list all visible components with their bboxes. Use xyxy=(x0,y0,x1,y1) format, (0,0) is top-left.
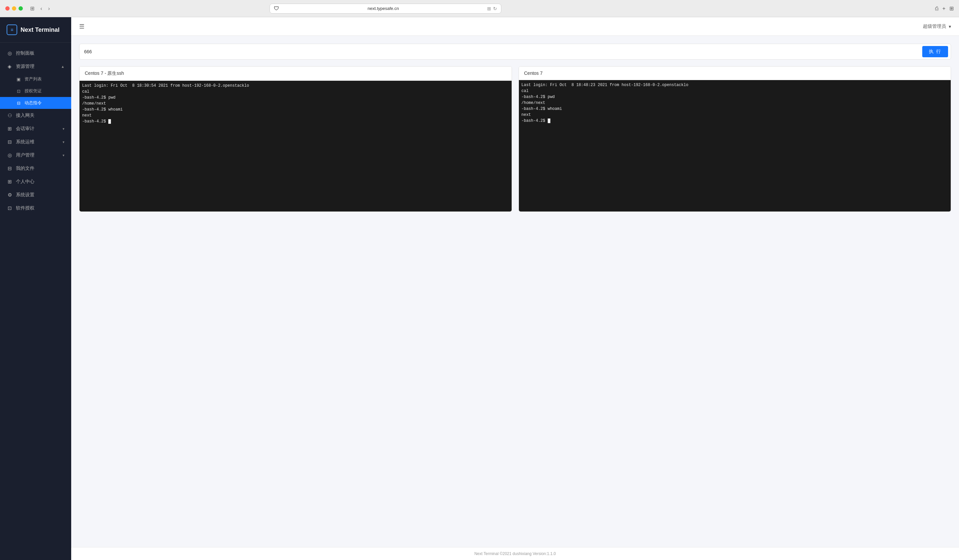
menu-toggle-button[interactable]: ☰ xyxy=(79,23,84,30)
terminal-line: /home/next xyxy=(522,100,948,106)
address-bar-icons: ⊞ ↻ xyxy=(487,6,497,11)
sidebar-item-label: 动态指令 xyxy=(24,100,42,106)
sidebar-item-label: 控制面板 xyxy=(16,50,34,56)
sidebar-item-label: 系统设置 xyxy=(16,192,34,198)
terminal-title-1: Centos 7 - 原生ssh xyxy=(85,70,124,76)
profile-icon: ⊞ xyxy=(6,179,13,185)
sidebar-item-dashboard[interactable]: ◎ 控制面板 xyxy=(0,47,71,60)
top-bar-left: ☰ xyxy=(79,23,84,30)
monitor-icon: ▣ xyxy=(16,76,21,82)
footer-text: Next Terminal ©2021 dushixiang Version:1… xyxy=(474,551,556,556)
command-bar: 执 行 xyxy=(79,44,951,60)
sidebar-item-auth-cred[interactable]: ⊡ 授权凭证 xyxy=(0,85,71,97)
footer: Next Terminal ©2021 dushixiang Version:1… xyxy=(71,547,959,560)
app-container: ≡ Next Terminal ◎ 控制面板 ◈ 资源管理 ▲ ▣ 资产列表 ⊡… xyxy=(0,17,959,560)
tabs-overview-icon[interactable]: ⊞ xyxy=(949,5,954,11)
terminal-body-2[interactable]: Last login: Fri Oct 8 18:48:23 2021 from… xyxy=(519,80,951,212)
sidebar-logo: ≡ Next Terminal xyxy=(0,17,71,43)
logo-icon: ≡ xyxy=(6,24,17,35)
forward-button[interactable]: › xyxy=(47,5,51,12)
maximize-button[interactable] xyxy=(19,6,23,11)
files-icon: ⊟ xyxy=(6,165,13,172)
sidebar-item-license[interactable]: ⊡ 软件授权 xyxy=(0,202,71,215)
users-icon: ◎ xyxy=(6,152,13,158)
new-tab-icon[interactable]: + xyxy=(942,6,945,11)
main-content: ☰ 超级管理员 ▾ 执 行 Centos 7 - 原生ssh xyxy=(71,17,959,560)
sidebar-item-label: 用户管理 xyxy=(16,152,34,158)
user-chevron-icon: ▾ xyxy=(949,24,951,29)
close-button[interactable] xyxy=(5,6,10,11)
ops-icon: ⊟ xyxy=(6,139,13,145)
reload-icon[interactable]: ↻ xyxy=(493,6,497,11)
sidebar-item-profile[interactable]: ⊞ 个人中心 xyxy=(0,175,71,188)
gateway-icon: ⚇ xyxy=(6,113,13,118)
terminal-line: /home/next xyxy=(82,100,509,107)
sidebar-navigation: ◎ 控制面板 ◈ 资源管理 ▲ ▣ 资产列表 ⊡ 授权凭证 ⊟ 动态指令 xyxy=(0,43,71,560)
sidebar-item-label: 会话审计 xyxy=(16,126,34,132)
sidebar-item-asset-list[interactable]: ▣ 资产列表 xyxy=(0,73,71,85)
sidebar: ≡ Next Terminal ◎ 控制面板 ◈ 资源管理 ▲ ▣ 资产列表 ⊡… xyxy=(0,17,71,560)
terminal-line: Last login: Fri Oct 8 18:48:23 2021 from… xyxy=(522,82,948,88)
minimize-button[interactable] xyxy=(12,6,16,11)
translate-icon: ⊞ xyxy=(487,6,491,11)
sidebar-item-gateway[interactable]: ⚇ 接入网关 xyxy=(0,109,71,122)
browser-action-buttons: ⎙ + ⊞ xyxy=(935,5,954,11)
chevron-up-icon: ▲ xyxy=(61,65,65,68)
sidebar-item-users[interactable]: ◎ 用户管理 ▾ xyxy=(0,149,71,162)
settings-icon: ⚙ xyxy=(6,192,13,198)
chevron-down-icon: ▾ xyxy=(62,127,65,131)
traffic-lights xyxy=(5,6,23,11)
sidebar-item-label: 资源管理 xyxy=(16,64,34,70)
terminal-header-2: Centos 7 xyxy=(519,67,951,80)
sidebar-item-assets[interactable]: ◈ 资源管理 ▲ xyxy=(0,60,71,73)
share-icon[interactable]: ⎙ xyxy=(935,6,938,11)
terminal-line: -bash-4.2$ whoami xyxy=(82,107,509,113)
terminal-title-2: Centos 7 xyxy=(524,70,543,76)
sidebar-logo-text: Next Terminal xyxy=(21,27,60,33)
user-menu-button[interactable]: 超级管理员 ▾ xyxy=(923,24,951,29)
chevron-down-icon: ▾ xyxy=(62,153,65,158)
sidebar-item-label: 软件授权 xyxy=(16,205,34,211)
browser-chrome: ⊞ ‹ › 🛡 next.typesafe.cn ⊞ ↻ ⎙ + ⊞ xyxy=(0,0,959,17)
terminal-line: Last login: Fri Oct 8 18:30:54 2021 from… xyxy=(82,83,509,89)
sidebar-item-myfiles[interactable]: ⊟ 我的文件 xyxy=(0,162,71,175)
terminal-body-1[interactable]: Last login: Fri Oct 8 18:30:54 2021 from… xyxy=(80,81,511,212)
url-text: next.typesafe.cn xyxy=(282,6,484,11)
terminal-line: -bash-4.2$ xyxy=(82,118,509,124)
audit-icon: ⊞ xyxy=(6,126,13,132)
terminal-line: next xyxy=(82,113,509,118)
terminal-cursor-2 xyxy=(548,118,550,123)
terminal-line: cal xyxy=(82,89,509,95)
command-icon: ⊟ xyxy=(16,100,21,106)
back-button[interactable]: ‹ xyxy=(39,5,43,12)
terminal-line: next xyxy=(522,112,948,118)
sidebar-toggle-button[interactable]: ⊞ xyxy=(29,5,36,12)
security-icon: 🛡 xyxy=(274,6,279,11)
dashboard-icon: ◎ xyxy=(6,50,13,56)
user-label: 超级管理员 xyxy=(923,24,946,29)
terminal-line: cal xyxy=(522,88,948,94)
terminal-line: -bash-4.2$ pwd xyxy=(522,94,948,100)
sidebar-item-label: 个人中心 xyxy=(16,179,34,185)
assets-icon: ◈ xyxy=(6,64,13,70)
terminal-panel-1: Centos 7 - 原生ssh Last login: Fri Oct 8 1… xyxy=(79,66,512,212)
address-bar[interactable]: 🛡 next.typesafe.cn ⊞ ↻ xyxy=(269,4,501,14)
license-icon: ⊡ xyxy=(6,205,13,211)
sidebar-item-label: 接入网关 xyxy=(16,113,34,118)
sidebar-item-audit[interactable]: ⊞ 会话审计 ▾ xyxy=(0,122,71,135)
command-input[interactable] xyxy=(82,48,918,56)
terminal-line: -bash-4.2$ xyxy=(522,118,948,124)
terminal-header-1: Centos 7 - 原生ssh xyxy=(80,67,511,81)
page-content: 执 行 Centos 7 - 原生ssh Last login: Fri Oct… xyxy=(71,36,959,547)
sidebar-item-ops[interactable]: ⊟ 系统运维 ▾ xyxy=(0,135,71,149)
sidebar-item-settings[interactable]: ⚙ 系统设置 xyxy=(0,188,71,202)
execute-button[interactable]: 执 行 xyxy=(922,46,948,57)
sidebar-item-dynamic-cmd[interactable]: ⊟ 动态指令 xyxy=(0,97,71,109)
sidebar-item-label: 授权凭证 xyxy=(24,88,42,94)
terminals-container: Centos 7 - 原生ssh Last login: Fri Oct 8 1… xyxy=(79,66,951,212)
chevron-down-icon: ▾ xyxy=(62,140,65,144)
credential-icon: ⊡ xyxy=(16,88,21,94)
sidebar-item-label: 系统运维 xyxy=(16,139,34,145)
top-bar: ☰ 超级管理员 ▾ xyxy=(71,17,959,36)
terminal-line: -bash-4.2$ pwd xyxy=(82,95,509,100)
